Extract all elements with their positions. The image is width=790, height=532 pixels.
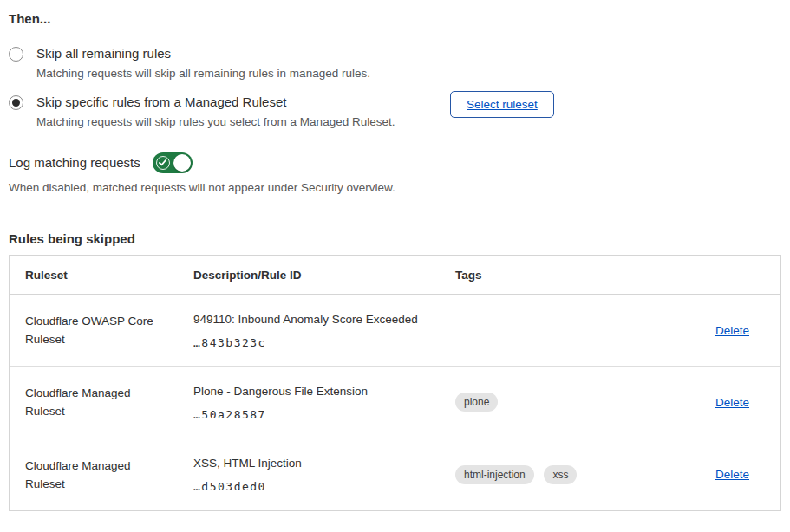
description-cell: 949110: Inbound Anomaly Score Exceeded …… bbox=[193, 295, 455, 367]
rule-id: …d503ded0 bbox=[193, 480, 455, 493]
delete-cell: Delete bbox=[684, 367, 780, 438]
column-header-tags: Tags bbox=[455, 256, 684, 295]
radio-text-block: Skip specific rules from a Managed Rules… bbox=[36, 94, 437, 130]
table-header-row: Ruleset Description/Rule ID Tags bbox=[10, 256, 780, 295]
radio-option-description: Matching requests will skip rules you se… bbox=[36, 114, 437, 130]
delete-cell: Delete bbox=[684, 438, 780, 510]
log-toggle-label: Log matching requests bbox=[9, 154, 140, 172]
delete-link[interactable]: Delete bbox=[715, 468, 749, 481]
column-header-description-rule-id: Description/Rule ID bbox=[193, 256, 455, 295]
ruleset-cell: Cloudflare Managed Ruleset bbox=[10, 438, 193, 510]
radio-button-unselected[interactable] bbox=[9, 47, 23, 62]
rule-description: 949110: Inbound Anomaly Score Exceeded bbox=[193, 312, 455, 328]
rule-id: …50a28587 bbox=[193, 408, 455, 421]
rule-id: …843b323c bbox=[193, 336, 455, 349]
table-row: Cloudflare Managed Ruleset Plone - Dange… bbox=[10, 367, 780, 438]
tag-pill: plone bbox=[455, 393, 498, 412]
ruleset-cell: Cloudflare OWASP Core Ruleset bbox=[10, 295, 193, 367]
description-cell: Plone - Dangerous File Extension …50a285… bbox=[193, 367, 455, 438]
column-header-ruleset: Ruleset bbox=[10, 256, 193, 295]
radio-button-selected[interactable] bbox=[9, 95, 23, 110]
skip-rule-configuration-panel: Then... Skip all remaining rules Matchin… bbox=[0, 0, 790, 511]
delete-link[interactable]: Delete bbox=[715, 396, 749, 409]
toggle-knob[interactable] bbox=[173, 154, 191, 172]
rule-description: Plone - Dangerous File Extension bbox=[193, 384, 455, 399]
table-row: Cloudflare Managed Ruleset XSS, HTML Inj… bbox=[10, 438, 780, 510]
option-skip-specific-rules: Skip specific rules from a Managed Rules… bbox=[9, 94, 781, 130]
log-toggle-description: When disabled, matched requests will not… bbox=[9, 180, 781, 196]
column-header-actions bbox=[684, 256, 780, 295]
table-row: Cloudflare OWASP Core Ruleset 949110: In… bbox=[10, 295, 780, 367]
radio-option-description: Matching requests will skip all remainin… bbox=[36, 66, 437, 81]
radio-option-label[interactable]: Skip specific rules from a Managed Rules… bbox=[36, 94, 437, 111]
rules-being-skipped-table: Ruleset Description/Rule ID Tags Cloudfl… bbox=[9, 255, 781, 511]
description-cell: XSS, HTML Injection …d503ded0 bbox=[193, 438, 455, 510]
tags-cell bbox=[455, 295, 684, 367]
tag-pill: xss bbox=[544, 465, 577, 484]
select-ruleset-button[interactable]: Select ruleset bbox=[450, 91, 554, 118]
radio-text-block: Skip all remaining rules Matching reques… bbox=[36, 45, 437, 81]
action-radio-group: Skip all remaining rules Matching reques… bbox=[9, 45, 781, 130]
delete-link[interactable]: Delete bbox=[715, 324, 749, 337]
ruleset-cell: Cloudflare Managed Ruleset bbox=[10, 367, 193, 438]
log-requests-toggle[interactable] bbox=[153, 152, 193, 173]
tags-cell: plone bbox=[455, 367, 684, 438]
tag-pill: html-injection bbox=[455, 465, 534, 484]
rule-description: XSS, HTML Injection bbox=[193, 456, 455, 471]
delete-cell: Delete bbox=[684, 295, 780, 367]
check-icon bbox=[156, 156, 170, 170]
log-matching-requests-row: Log matching requests bbox=[9, 152, 781, 173]
tags-cell: html-injection xss bbox=[455, 438, 684, 510]
option-skip-all-remaining-rules: Skip all remaining rules Matching reques… bbox=[9, 45, 781, 81]
radio-option-label[interactable]: Skip all remaining rules bbox=[36, 45, 437, 62]
then-heading: Then... bbox=[9, 10, 781, 28]
rules-being-skipped-heading: Rules being skipped bbox=[9, 230, 781, 248]
